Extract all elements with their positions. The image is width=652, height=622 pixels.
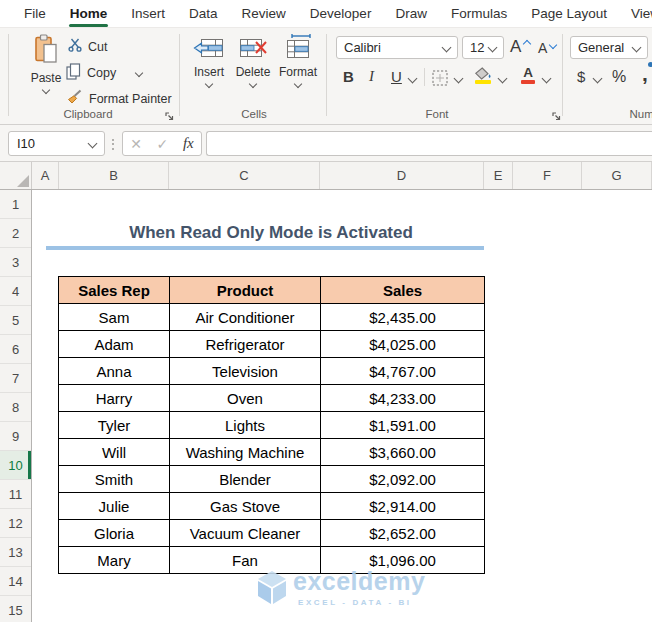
grow-font-button[interactable]: A <box>510 37 530 57</box>
tab-developer[interactable]: Developer <box>298 0 384 27</box>
comma-style-button[interactable]: , <box>642 62 648 86</box>
table-cell[interactable]: Tyler <box>59 412 170 439</box>
table-cell[interactable]: $4,767.00 <box>321 358 485 385</box>
table-cell[interactable]: Julie <box>59 493 170 520</box>
select-all-button[interactable] <box>0 162 32 189</box>
table-cell[interactable]: $2,092.00 <box>321 466 485 493</box>
number-format-dropdown-icon[interactable] <box>632 43 642 53</box>
insert-dropdown-icon[interactable] <box>205 80 213 88</box>
table-cell[interactable]: Refrigerator <box>170 331 321 358</box>
row-header-1[interactable]: 1 <box>0 190 31 219</box>
font-size-dropdown-icon[interactable] <box>488 43 498 53</box>
row-header-15[interactable]: 15 <box>0 596 31 622</box>
table-header-cell[interactable]: Product <box>170 277 321 304</box>
table-cell[interactable]: $4,233.00 <box>321 385 485 412</box>
fill-color-button[interactable] <box>474 67 492 84</box>
table-cell[interactable]: Will <box>59 439 170 466</box>
tab-insert[interactable]: Insert <box>119 0 177 27</box>
column-header-E[interactable]: E <box>484 162 513 189</box>
underline-dropdown-icon[interactable] <box>408 74 418 84</box>
cancel-icon[interactable]: ✕ <box>130 136 142 152</box>
paste-button[interactable]: Paste <box>22 34 70 93</box>
tab-page-layout[interactable]: Page Layout <box>519 0 619 27</box>
format-cells-button[interactable]: Format <box>274 34 322 87</box>
copy-dropdown-icon[interactable] <box>135 69 143 77</box>
table-cell[interactable]: $2,435.00 <box>321 304 485 331</box>
row-header-13[interactable]: 13 <box>0 538 31 567</box>
table-cell[interactable]: $1,591.00 <box>321 412 485 439</box>
column-header-B[interactable]: B <box>59 162 169 189</box>
italic-button[interactable]: I <box>369 68 374 85</box>
column-header-A[interactable]: A <box>32 162 59 189</box>
formula-input[interactable] <box>206 131 652 156</box>
row-header-11[interactable]: 11 <box>0 480 31 509</box>
row-header-7[interactable]: 7 <box>0 364 31 393</box>
table-cell[interactable]: Gloria <box>59 520 170 547</box>
table-cell[interactable]: Sam <box>59 304 170 331</box>
title-cell[interactable]: When Read Only Mode is Activated <box>59 220 483 246</box>
table-cell[interactable]: Air Conditioner <box>170 304 321 331</box>
table-cell[interactable]: Fan <box>170 547 321 574</box>
font-color-button[interactable]: A <box>521 66 535 84</box>
row-header-12[interactable]: 12 <box>0 509 31 538</box>
delete-dropdown-icon[interactable] <box>249 80 257 88</box>
insert-function-icon[interactable]: fx <box>183 135 194 152</box>
table-cell[interactable]: Television <box>170 358 321 385</box>
table-cell[interactable]: Oven <box>170 385 321 412</box>
formula-bar-handle[interactable] <box>112 136 114 152</box>
format-dropdown-icon[interactable] <box>294 80 302 88</box>
name-box[interactable]: I10 <box>8 131 105 156</box>
row-header-8[interactable]: 8 <box>0 393 31 422</box>
row-header-2[interactable]: 2 <box>0 219 31 248</box>
table-cell[interactable]: Anna <box>59 358 170 385</box>
table-cell[interactable]: Smith <box>59 466 170 493</box>
table-cell[interactable]: $3,660.00 <box>321 439 485 466</box>
tab-data[interactable]: Data <box>177 0 230 27</box>
clipboard-dialog-launcher-icon[interactable] <box>164 108 176 120</box>
copy-button[interactable]: Copy <box>66 63 142 83</box>
tab-file[interactable]: File <box>12 0 58 27</box>
font-name-combo[interactable]: Calibri <box>336 36 458 59</box>
table-cell[interactable]: Washing Machine <box>170 439 321 466</box>
font-name-dropdown-icon[interactable] <box>442 43 452 53</box>
format-painter-button[interactable]: Format Painter <box>66 89 172 108</box>
table-cell[interactable]: Adam <box>59 331 170 358</box>
table-cell[interactable]: $4,025.00 <box>321 331 485 358</box>
column-header-G[interactable]: G <box>582 162 652 189</box>
bold-button[interactable]: B <box>343 68 354 85</box>
column-header-F[interactable]: F <box>513 162 582 189</box>
currency-format-button[interactable]: $ <box>577 68 585 85</box>
tab-home[interactable]: Home <box>58 0 120 27</box>
table-cell[interactable]: Blender <box>170 466 321 493</box>
tab-view[interactable]: View <box>619 0 652 27</box>
tab-draw[interactable]: Draw <box>383 0 439 27</box>
table-cell[interactable]: Gas Stove <box>170 493 321 520</box>
table-cell[interactable]: Lights <box>170 412 321 439</box>
underline-button[interactable]: U <box>391 68 402 85</box>
paste-dropdown-icon[interactable] <box>42 86 50 94</box>
table-cell[interactable]: $1,096.00 <box>321 547 485 574</box>
column-header-D[interactable]: D <box>320 162 484 189</box>
borders-button[interactable] <box>432 70 448 90</box>
insert-cells-button[interactable]: Insert <box>186 36 232 87</box>
row-header-6[interactable]: 6 <box>0 335 31 364</box>
row-header-14[interactable]: 14 <box>0 567 31 596</box>
font-color-dropdown-icon[interactable] <box>542 74 552 84</box>
fill-color-dropdown-icon[interactable] <box>498 74 508 84</box>
shrink-font-button[interactable]: A <box>538 40 556 56</box>
table-cell[interactable]: Vacuum Cleaner <box>170 520 321 547</box>
percent-style-button[interactable]: % <box>612 68 626 86</box>
column-header-C[interactable]: C <box>169 162 320 189</box>
enter-icon[interactable]: ✓ <box>157 136 169 152</box>
table-cell[interactable]: Mary <box>59 547 170 574</box>
table-cell[interactable]: $2,914.00 <box>321 493 485 520</box>
row-header-3[interactable]: 3 <box>0 248 31 277</box>
table-cell[interactable]: Harry <box>59 385 170 412</box>
row-header-4[interactable]: 4 <box>0 277 31 306</box>
table-header-cell[interactable]: Sales Rep <box>59 277 170 304</box>
font-size-combo[interactable]: 12 <box>462 36 504 59</box>
row-header-10[interactable]: 10 <box>0 451 31 480</box>
number-format-combo[interactable]: General <box>570 36 648 59</box>
table-cell[interactable]: $2,652.00 <box>321 520 485 547</box>
row-header-9[interactable]: 9 <box>0 422 31 451</box>
